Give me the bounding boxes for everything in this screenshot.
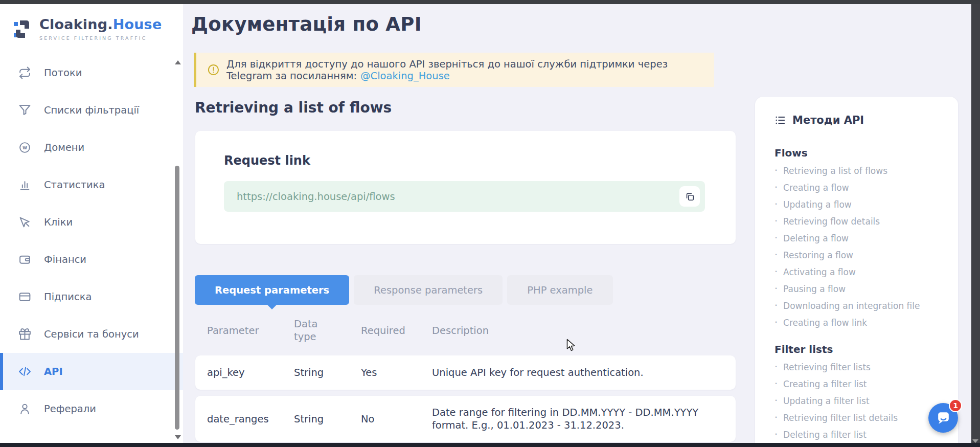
table-body: api_keyStringYesUnique API key for reque… [195, 355, 736, 442]
method-link[interactable]: ·Retrieving a list of flows [774, 162, 949, 179]
request-link-card: Request link https://cloaking.house/api/… [195, 131, 736, 244]
method-link[interactable]: ·Deleting a filter list [774, 426, 949, 443]
sidebar-item-label: Потоки [44, 67, 82, 79]
sidebar-item-label: Реферали [44, 403, 96, 415]
list-icon [774, 115, 786, 126]
method-link-label: Pausing a flow [783, 281, 846, 297]
page-scroll-down-arrow-icon [972, 439, 978, 443]
table-row: api_keyStringYesUnique API key for reque… [195, 355, 736, 390]
bullet: · [774, 314, 778, 330]
content-scrollbar-thumb[interactable] [175, 166, 179, 430]
logo-title: Cloaking.House [39, 16, 162, 32]
bullet: · [774, 213, 778, 229]
statistics-icon [18, 178, 31, 191]
domains-icon: w [18, 141, 31, 154]
method-link-label: Retrieving filter lists [783, 359, 871, 375]
method-link[interactable]: ·Creating a flow link [774, 314, 949, 331]
method-link[interactable]: ·Activating a flow [774, 263, 949, 280]
window-bottom-edge [0, 443, 980, 447]
method-link[interactable]: ·Restoring a flow [774, 247, 949, 263]
methods-section-heading: Filter lists [774, 343, 949, 355]
method-link[interactable]: ·Retrieving filter list details [774, 409, 949, 426]
column-header: Required [361, 325, 432, 337]
method-link[interactable]: ·Retrieving filter lists [774, 359, 949, 375]
method-link[interactable]: ·Deleting a flow [774, 230, 949, 247]
request-url-box: https://cloaking.house/api/flows [224, 181, 705, 212]
bullet: · [774, 263, 778, 280]
sidebar-item-services[interactable]: Сервіси та бонуси [0, 316, 183, 353]
required-cell: No [361, 413, 432, 425]
sidebar-item-statistics[interactable]: Статистика [0, 166, 183, 204]
bullet: · [774, 196, 778, 212]
method-link-label: Creating a filter list [783, 376, 867, 392]
description-cell: Date range for filtering in DD.MM.YYYY -… [432, 396, 736, 442]
method-link[interactable]: ·Pausing a flow [774, 280, 949, 297]
bullet: · [774, 409, 778, 426]
parameters-table: ParameterData typeRequiredDescription ap… [195, 305, 736, 447]
api-methods-panel: Методи API Flows·Retrieving a list of fl… [755, 97, 958, 447]
column-header: Parameter [207, 325, 294, 337]
logo-mark-icon [12, 17, 33, 41]
copy-icon [685, 192, 695, 202]
parameter-tabs: Request parametersResponse parametersPHP… [195, 275, 613, 305]
data-type-cell: String [294, 367, 361, 378]
method-link[interactable]: ·Creating a filter list [774, 375, 949, 392]
sidebar-item-api[interactable]: API [0, 353, 183, 390]
sidebar-item-subscription[interactable]: Підписка [0, 278, 183, 316]
page-scrollbar[interactable] [971, 4, 980, 447]
sidebar-item-domains[interactable]: w Домени [0, 129, 183, 166]
scroll-up-arrow-icon[interactable] [175, 60, 181, 64]
bullet: · [774, 359, 778, 375]
bullet: · [774, 426, 778, 442]
sidebar-item-label: Списки фільтрації [44, 104, 139, 116]
method-link[interactable]: ·Downloading an integration file [774, 297, 949, 314]
page-title: Документація по API [191, 13, 422, 35]
required-cell: Yes [361, 367, 432, 378]
bullet: · [774, 280, 778, 297]
method-link[interactable]: ·Creating a flow [774, 179, 949, 196]
method-link[interactable]: ·Updating a flow [774, 196, 949, 213]
method-link-label: Downloading an integration file [783, 298, 920, 314]
tab-response-parameters[interactable]: Response parameters [354, 275, 503, 305]
copy-url-button[interactable] [679, 186, 700, 207]
sidebar-item-filter-lists[interactable]: Списки фільтрації [0, 92, 183, 129]
sidebar-item-label: Підписка [44, 291, 92, 303]
tab-request-parameters[interactable]: Request parameters [195, 275, 349, 305]
sidebar-item-flows[interactable]: Потоки [0, 54, 183, 92]
method-link[interactable]: ·Retrieving flow details [774, 213, 949, 230]
chat-bubble-icon [936, 410, 951, 426]
parameter-cell: api_key [207, 367, 294, 378]
sidebar-item-label: Домени [44, 142, 84, 153]
telegram-link[interactable]: @Cloaking_House [360, 70, 450, 82]
methods-section-heading: Flows [774, 147, 949, 159]
sidebar: Cloaking.House SERVICE FILTERING TRAFFIC… [0, 4, 183, 443]
bullet: · [774, 247, 778, 263]
bullet: · [774, 162, 778, 178]
methods-panel-title: Методи API [774, 114, 949, 126]
section-heading: Retrieving a list of flows [195, 99, 392, 116]
data-type-cell: String [294, 413, 361, 425]
window-top-edge [0, 0, 980, 4]
sidebar-item-clicks[interactable]: Кліки [0, 204, 183, 241]
referrals-icon [18, 403, 31, 415]
sidebar-item-referrals[interactable]: Реферали [0, 390, 183, 428]
method-link-label: Retrieving flow details [783, 213, 880, 230]
scroll-down-arrow-icon[interactable] [175, 435, 181, 439]
mouse-cursor [566, 339, 578, 352]
logo[interactable]: Cloaking.House SERVICE FILTERING TRAFFIC [0, 4, 183, 42]
methods-sections: Flows·Retrieving a list of flows·Creatin… [774, 147, 949, 447]
tab-php-example[interactable]: PHP example [507, 275, 612, 305]
api-access-notice: Для відкриття доступу до нашого API звер… [194, 53, 714, 87]
method-link-label: Updating a filter list [783, 393, 870, 409]
bullet: · [774, 297, 778, 314]
bullet: · [774, 179, 778, 195]
sidebar-item-finances[interactable]: Фінанси [0, 241, 183, 278]
method-link[interactable]: ·Updating a filter list [774, 392, 949, 409]
method-link-label: Restoring a flow [783, 247, 853, 263]
filter-lists-icon [18, 104, 31, 117]
warning-icon [208, 64, 219, 76]
method-link-label: Creating a flow link [783, 315, 867, 331]
column-header: Description [432, 325, 736, 337]
svg-text:w: w [22, 145, 27, 150]
support-chat-button[interactable]: 1 [928, 403, 958, 433]
